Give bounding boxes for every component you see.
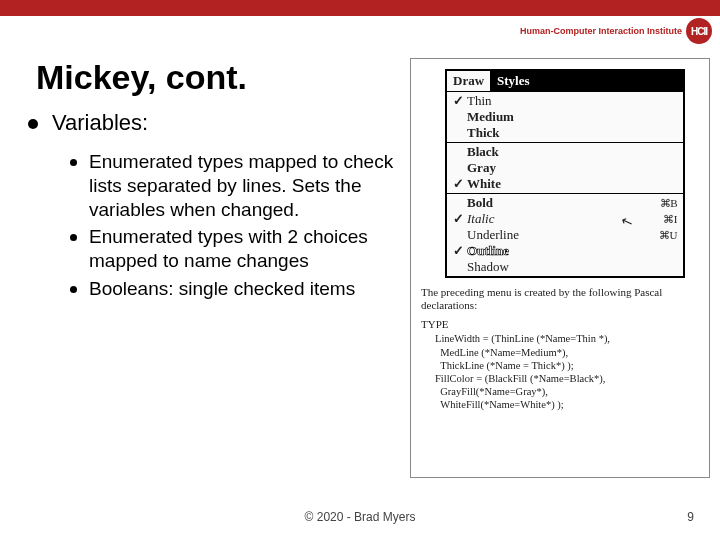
top-accent-bar <box>0 0 720 16</box>
menu-box: Draw Styles ✓ThinMediumThick BlackGray✓W… <box>445 69 685 278</box>
menu-item[interactable]: Black <box>447 144 683 160</box>
menu-item[interactable]: Shadow <box>447 259 683 275</box>
menu-item[interactable]: Thick <box>447 125 683 141</box>
bullet-level2: Enumerated types with 2 choices mapped t… <box>70 225 398 273</box>
menu-item-shortcut: ⌘U <box>659 229 677 242</box>
menu-header-draw: Draw <box>447 71 491 91</box>
checkmark-icon: ✓ <box>453 176 467 192</box>
footer-copyright: © 2020 - Brad Myers <box>0 510 720 524</box>
menu-item-label: Shadow <box>467 259 677 275</box>
figure-panel: Draw Styles ✓ThinMediumThick BlackGray✓W… <box>410 58 710 478</box>
bullet-dot <box>70 159 77 166</box>
menu-item[interactable]: ✓Outline <box>447 243 683 259</box>
menu-item-label: Medium <box>467 109 677 125</box>
menu-item-label: Bold <box>467 195 660 211</box>
menu-item-label: Italic <box>467 211 663 227</box>
menu-item-shortcut: ⌘B <box>660 197 677 210</box>
bullet-level1: Variables: <box>28 110 398 136</box>
bullet-level2: Enumerated types mapped to check lists s… <box>70 150 398 221</box>
menu-item-label: Gray <box>467 160 677 176</box>
menu-item-shortcut: ⌘I <box>663 213 677 226</box>
menu-item[interactable]: Gray <box>447 160 683 176</box>
menu-section-linewidth: ✓ThinMediumThick <box>447 91 683 142</box>
menu-header: Draw Styles <box>447 71 683 91</box>
bullet-level2: Booleans: single checked items <box>70 277 398 301</box>
menu-section-fillcolor: BlackGray✓White <box>447 142 683 193</box>
bullet-l1-text: Variables: <box>52 110 148 136</box>
menu-section-style: Bold⌘B✓Italic⌘IUnderline⌘U✓OutlineShadow <box>447 193 683 276</box>
menu-item[interactable]: ✓Thin <box>447 93 683 109</box>
menu-item-label: Underline <box>467 227 659 243</box>
checkmark-icon: ✓ <box>453 243 467 259</box>
slide-title: Mickey, cont. <box>36 58 247 97</box>
institute-header: Human-Computer Interaction Institute HCI… <box>520 18 712 44</box>
menu-item[interactable]: Bold⌘B <box>447 195 683 211</box>
menu-item[interactable]: ✓White <box>447 176 683 192</box>
menu-item-label: Black <box>467 144 677 160</box>
hcii-logo: HCII <box>686 18 712 44</box>
checkmark-icon: ✓ <box>453 211 467 227</box>
bullet-l2c-text: Booleans: single checked items <box>89 277 355 301</box>
menu-item-label: Thin <box>467 93 677 109</box>
bullet-dot <box>28 119 38 129</box>
bullet-dot <box>70 234 77 241</box>
bullet-l2a-text: Enumerated types mapped to check lists s… <box>89 150 398 221</box>
institute-name: Human-Computer Interaction Institute <box>520 26 682 36</box>
menu-item[interactable]: Underline⌘U <box>447 227 683 243</box>
menu-item-label: White <box>467 176 677 192</box>
menu-header-styles: Styles <box>491 71 683 91</box>
bullet-l2b-text: Enumerated types with 2 choices mapped t… <box>89 225 398 273</box>
bullet-content: Variables: Enumerated types mapped to ch… <box>28 110 398 305</box>
figure-caption: The preceding menu is created by the fol… <box>421 286 699 312</box>
menu-item[interactable]: Medium <box>447 109 683 125</box>
footer-page-number: 9 <box>687 510 694 524</box>
menu-item[interactable]: ✓Italic⌘I <box>447 211 683 227</box>
checkmark-icon: ✓ <box>453 93 467 109</box>
pascal-declarations: LineWidth = (ThinLine (*Name=Thin *), Me… <box>435 332 699 411</box>
menu-item-label: Outline <box>467 243 677 259</box>
bullet-dot <box>70 286 77 293</box>
pascal-type-keyword: TYPE <box>421 318 699 330</box>
menu-item-label: Thick <box>467 125 677 141</box>
